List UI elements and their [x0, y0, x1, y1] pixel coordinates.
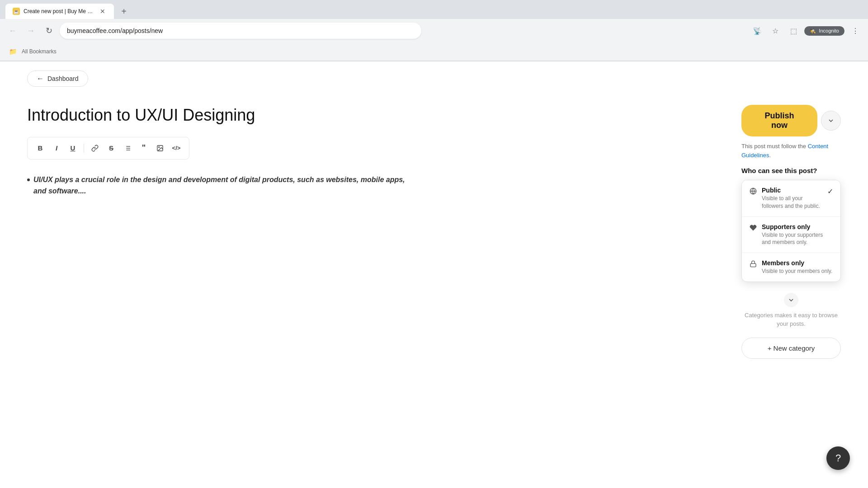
italic-button[interactable]: I — [49, 141, 64, 155]
bullet-dot — [27, 178, 30, 181]
publish-dropdown-button[interactable] — [821, 111, 841, 131]
visibility-dropdown: Public Visible to all your followers and… — [741, 180, 841, 282]
content-guidelines-suffix: . — [769, 152, 771, 159]
browser-title-bar: ☕ Create new post | Buy Me a Cof ✕ + — [0, 0, 868, 19]
bullet-text: UI/UX plays a crucial role in the design… — [33, 174, 416, 197]
browser-tab[interactable]: ☕ Create new post | Buy Me a Cof ✕ — [5, 4, 114, 19]
quote-button[interactable]: " — [137, 141, 151, 155]
bookmark-star-icon[interactable]: ☆ — [768, 23, 783, 38]
post-title-input[interactable]: Introduction to UX/UI Designing — [27, 105, 416, 126]
browser-toolbar: ← → ↻ buymeacoffee.com/app/posts/new 📡 ☆… — [0, 19, 868, 42]
svg-rect-10 — [750, 264, 756, 267]
underline-button[interactable]: U — [66, 141, 80, 155]
dashboard-back-button[interactable]: ← Dashboard — [27, 70, 88, 87]
back-button-label: Dashboard — [47, 75, 79, 82]
back-nav-button[interactable]: ← — [5, 23, 20, 38]
incognito-icon: 🕵 — [810, 28, 816, 34]
tab-title: Create new post | Buy Me a Cof — [24, 8, 95, 14]
back-arrow-icon: ← — [37, 75, 44, 83]
public-option-title: Public — [762, 187, 823, 194]
editor-toolbar: B I U S " </> — [27, 137, 189, 160]
members-icon — [749, 260, 757, 268]
bookmarks-folder-icon: 📁 — [5, 44, 20, 59]
address-bar[interactable]: buymeacoffee.com/app/posts/new — [60, 23, 421, 39]
visibility-section: Who can see this post? Public Visible to… — [741, 167, 841, 282]
tab-favicon: ☕ — [13, 8, 20, 15]
code-button[interactable]: </> — [169, 141, 184, 155]
bullet-list-item: UI/UX plays a crucial role in the design… — [27, 174, 416, 197]
bold-button[interactable]: B — [33, 141, 47, 155]
publish-now-button[interactable]: Publish now — [741, 105, 817, 136]
browser-toolbar-right: 📡 ☆ ⬚ 🕵 Incognito ⋮ — [750, 23, 863, 38]
visibility-label: Who can see this post? — [741, 167, 841, 174]
members-option-desc: Visible to your members only. — [762, 267, 833, 275]
strikethrough-button[interactable]: S — [104, 141, 118, 155]
publish-area: Publish now — [741, 105, 841, 136]
bookmarks-bar: 📁 All Bookmarks — [0, 42, 868, 61]
tab-close-button[interactable]: ✕ — [99, 7, 107, 15]
visibility-option-members[interactable]: Members only Visible to your members onl… — [742, 253, 840, 282]
forward-nav-button[interactable]: → — [24, 23, 38, 38]
public-option-desc: Visible to all your followers and the pu… — [762, 195, 823, 210]
main-layout: Introduction to UX/UI Designing B I U S … — [0, 96, 868, 488]
cast-icon[interactable]: 📡 — [750, 23, 764, 38]
address-bar-url: buymeacoffee.com/app/posts/new — [67, 27, 163, 34]
visibility-option-supporters[interactable]: Supporters only Visible to your supporte… — [742, 217, 840, 253]
categories-desc: Categories makes it easy to browse your … — [741, 311, 841, 328]
image-button[interactable] — [153, 141, 167, 155]
supporters-option-desc: Visible to your supporters and members o… — [762, 231, 833, 247]
members-option-content: Members only Visible to your members onl… — [762, 259, 833, 275]
help-icon: ? — [835, 452, 841, 464]
svg-point-7 — [159, 146, 160, 147]
profile-extensions-icon[interactable]: ⬚ — [786, 23, 801, 38]
new-tab-button[interactable]: + — [118, 5, 130, 18]
browser-chrome: ☕ Create new post | Buy Me a Cof ✕ + ← →… — [0, 0, 868, 61]
right-sidebar: Publish now This post must follow the Co… — [723, 105, 841, 486]
visibility-option-public[interactable]: Public Visible to all your followers and… — [742, 180, 840, 217]
help-button[interactable]: ? — [826, 446, 850, 470]
menu-icon[interactable]: ⋮ — [848, 23, 863, 38]
members-option-title: Members only — [762, 259, 833, 267]
content-guidelines-text: This post must follow the Content Guidel… — [741, 142, 841, 160]
content-guidelines-prefix: This post must follow the — [741, 143, 808, 150]
categories-section: Categories makes it easy to browse your … — [741, 293, 841, 359]
new-category-button[interactable]: + New category — [741, 338, 841, 359]
supporters-icon — [749, 224, 757, 232]
toolbar-separator-1 — [84, 144, 84, 153]
public-option-content: Public Visible to all your followers and… — [762, 187, 823, 210]
link-button[interactable] — [88, 141, 102, 155]
categories-toggle-button[interactable] — [784, 293, 798, 307]
incognito-badge[interactable]: 🕵 Incognito — [804, 26, 844, 36]
editor-area: Introduction to UX/UI Designing B I U S … — [27, 105, 416, 486]
reload-button[interactable]: ↻ — [42, 23, 56, 38]
editor-content: UI/UX plays a crucial role in the design… — [27, 170, 416, 204]
list-button[interactable] — [120, 141, 135, 155]
supporters-option-title: Supporters only — [762, 223, 833, 230]
bookmarks-label: All Bookmarks — [22, 48, 57, 55]
public-icon — [749, 187, 757, 195]
incognito-label: Incognito — [819, 28, 839, 33]
page: ← Dashboard Introduction to UX/UI Design… — [0, 61, 868, 488]
public-check-icon: ✓ — [827, 187, 833, 196]
page-header: ← Dashboard — [0, 61, 868, 96]
supporters-option-content: Supporters only Visible to your supporte… — [762, 223, 833, 247]
